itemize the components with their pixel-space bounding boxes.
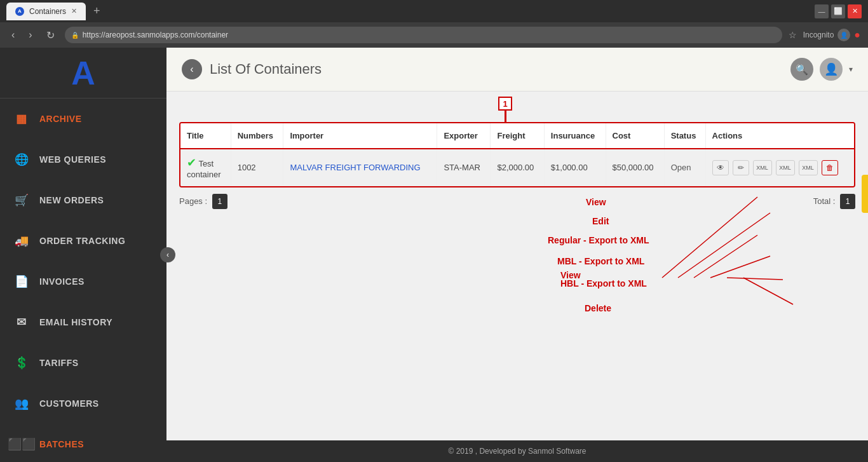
truck-icon: 🚚 <box>13 232 31 250</box>
email-icon: ✉ <box>13 313 31 331</box>
check-icon: ✔ <box>187 156 196 169</box>
url-text: https://areopost.sanmolapps.com/containe… <box>83 31 228 39</box>
cell-title: ✔ Testcontainer <box>180 149 231 186</box>
archive-icon: ▦ <box>13 110 31 128</box>
bookmark-icon[interactable]: ☆ <box>789 30 797 40</box>
window-controls: — ⬜ ✕ <box>815 4 862 18</box>
cell-cost: $50,000.00 <box>606 149 664 186</box>
invoice-icon: 📄 <box>13 273 31 290</box>
cell-exporter: STA-MAR <box>437 149 491 186</box>
col-importer: Importer <box>283 123 437 149</box>
tariff-icon: 💲 <box>13 354 31 372</box>
tab-title: Containers <box>29 7 66 16</box>
mbl-xml-button[interactable]: XML <box>776 160 795 175</box>
view-annotation: View <box>560 270 581 280</box>
sidebar-label-email-history: EMAIL HISTORY <box>39 317 112 327</box>
yellow-accent <box>862 175 868 213</box>
search-button[interactable]: 🔍 <box>790 58 813 81</box>
ann-hbl-xml: HBL - Export to XML <box>560 278 647 289</box>
svg-line-1 <box>678 213 770 278</box>
back-button[interactable]: ‹ <box>182 59 202 79</box>
sidebar-item-email-history[interactable]: ✉ EMAIL HISTORY <box>0 302 166 343</box>
svg-line-3 <box>710 256 770 278</box>
total-count: 1 <box>840 194 855 209</box>
footer: © 2019 , Developed by Sanmol Software <box>166 440 868 462</box>
minimize-button[interactable]: — <box>815 4 829 18</box>
sidebar-collapse-btn[interactable]: ‹ <box>160 247 175 262</box>
cart-icon: 🛒 <box>13 191 31 209</box>
sidebar-item-customers[interactable]: 👥 CUSTOMERS <box>0 383 166 424</box>
page-title: List Of Containers <box>210 61 322 78</box>
sidebar-nav: ▦ ARCHIVE 🌐 WEB QUERIES 🛒 NEW ORDERS 🚚 O… <box>0 99 166 462</box>
sidebar-label-customers: CUSTOMERS <box>39 398 99 409</box>
nav-back-button[interactable]: ‹ <box>8 28 18 42</box>
sidebar-item-new-orders[interactable]: 🛒 NEW ORDERS <box>0 180 166 221</box>
importer-link[interactable]: MALVAR FREIGHT FORWARDING <box>290 163 420 172</box>
sidebar-item-batches[interactable]: ⬛⬛ BATCHES <box>0 424 166 462</box>
cell-actions: 👁 ✏ XML XML XML 🗑 <box>705 149 854 186</box>
col-numbers: Numbers <box>231 123 283 149</box>
lock-icon: 🔒 <box>71 32 79 39</box>
current-page[interactable]: 1 <box>212 194 227 209</box>
address-bar-row: ‹ › ↻ 🔒 https://areopost.sanmolapps.com/… <box>0 22 868 48</box>
cell-insurance: $1,000.00 <box>544 149 606 186</box>
status-badge: Open <box>671 163 691 172</box>
sidebar-item-archive[interactable]: ▦ ARCHIVE <box>0 99 166 139</box>
col-title: Title <box>180 123 231 149</box>
col-actions: Actions <box>705 123 854 149</box>
ann-delete: Delete <box>585 303 611 313</box>
col-status: Status <box>664 123 705 149</box>
batches-icon: ⬛⬛ <box>13 435 31 453</box>
sidebar-item-order-tracking[interactable]: 🚚 ORDER TRACKING <box>0 221 166 261</box>
new-tab-button[interactable]: + <box>93 4 100 18</box>
browser-toolbar-right: ☆ Incognito 👤 ● <box>789 29 860 41</box>
browser-chrome: A Containers ✕ + — ⬜ ✕ <box>0 0 868 22</box>
container-table: Title Numbers Importer Exporter Freight … <box>180 123 854 186</box>
pages-label: Pages : 1 <box>179 194 227 209</box>
hbl-xml-button[interactable]: XML <box>799 160 818 175</box>
header-right: 🔍 👤 ▾ <box>790 58 853 81</box>
sidebar-label-order-tracking: ORDER TRACKING <box>39 236 125 246</box>
nav-refresh-button[interactable]: ↻ <box>43 28 58 43</box>
cell-importer: MALVAR FREIGHT FORWARDING <box>283 149 437 186</box>
view-button[interactable]: 👁 <box>712 160 729 175</box>
incognito-icon: 👤 <box>837 29 850 41</box>
sidebar-label-web-queries: WEB QUERIES <box>39 154 106 165</box>
svg-line-4 <box>727 278 783 280</box>
cell-freight: $2,000.00 <box>491 149 544 186</box>
main-header: ‹ List Of Containers 🔍 👤 ▾ <box>166 48 868 92</box>
regular-xml-button[interactable]: XML <box>753 160 772 175</box>
close-button[interactable]: ✕ <box>848 4 862 18</box>
main-content: ‹ List Of Containers 🔍 👤 ▾ 1 <box>166 48 868 462</box>
action-icons-group: 👁 ✏ XML XML XML 🗑 <box>712 160 848 175</box>
avatar[interactable]: 👤 <box>820 58 843 81</box>
arrow-number: 1 <box>498 97 512 111</box>
browser-tab[interactable]: A Containers ✕ <box>6 3 86 20</box>
avatar-dropdown-icon[interactable]: ▾ <box>849 65 853 74</box>
globe-icon: 🌐 <box>13 151 31 168</box>
sidebar-label-invoices: INVOICES <box>39 276 85 287</box>
svg-line-2 <box>694 235 757 278</box>
col-freight: Freight <box>491 123 544 149</box>
edit-button[interactable]: ✏ <box>733 160 749 175</box>
nav-forward-button[interactable]: › <box>25 28 36 42</box>
incognito-label: Incognito <box>803 31 834 39</box>
sidebar-item-invoices[interactable]: 📄 INVOICES <box>0 261 166 302</box>
footer-text: © 2019 , Developed by Sanmol Software <box>449 447 587 456</box>
total-label: Total : 1 <box>813 194 855 209</box>
pagination: Pages : 1 Total : 1 <box>166 187 868 215</box>
table-row: ✔ Testcontainer 1002 MALVAR FREIGHT FORW… <box>180 149 854 186</box>
header-left: ‹ List Of Containers <box>182 59 322 79</box>
sidebar-item-tariffs[interactable]: 💲 TARIFFS <box>0 343 166 383</box>
tab-favicon: A <box>15 7 24 16</box>
sidebar-item-web-queries[interactable]: 🌐 WEB QUERIES <box>0 139 166 180</box>
address-input[interactable]: 🔒 https://areopost.sanmolapps.com/contai… <box>65 27 782 43</box>
tab-close-btn[interactable]: ✕ <box>71 7 77 15</box>
delete-button[interactable]: 🗑 <box>822 160 838 175</box>
maximize-button[interactable]: ⬜ <box>831 4 845 18</box>
container-table-wrapper: Title Numbers Importer Exporter Freight … <box>179 122 855 187</box>
col-exporter: Exporter <box>437 123 491 149</box>
app-layout: A ▦ ARCHIVE 🌐 WEB QUERIES 🛒 NEW ORDERS 🚚… <box>0 48 868 462</box>
sidebar-label-tariffs: TARIFFS <box>39 358 79 368</box>
sidebar: A ▦ ARCHIVE 🌐 WEB QUERIES 🛒 NEW ORDERS 🚚… <box>0 48 166 462</box>
